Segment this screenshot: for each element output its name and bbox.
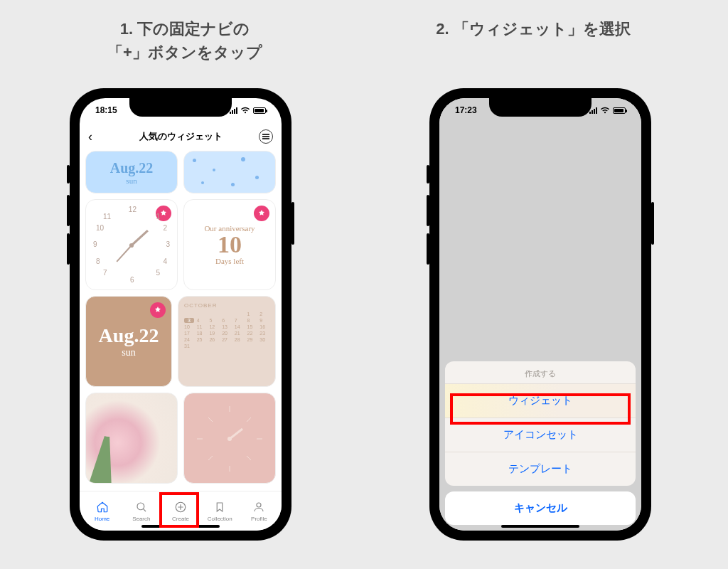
widget-tile-anniversary[interactable]: Our anniversary 10 Days left <box>183 199 276 290</box>
widget-tile-pink-clock[interactable] <box>183 393 276 484</box>
svg-line-7 <box>208 418 213 422</box>
tab-label: Home <box>95 516 109 522</box>
sheet-cancel[interactable]: キャンセル <box>445 491 636 525</box>
plus-circle-icon <box>173 500 188 514</box>
svg-point-13 <box>137 503 144 510</box>
widget-tile-rose[interactable] <box>85 393 178 484</box>
wifi-icon <box>240 107 250 114</box>
svg-line-10 <box>208 456 213 460</box>
widget-tile-date-mini[interactable]: Aug.22 sun <box>85 151 178 193</box>
phone-frame-2: 17:23 WIDGET CLUB ? 全て ウィジェット アイコンセット テン… <box>429 88 651 541</box>
page-title: 人気のウィジェット <box>139 130 223 143</box>
phone-frame-1: 18:15 ‹ 人気のウィジェット Aug.22 sun <box>70 88 291 541</box>
tab-profile[interactable]: Profile <box>240 491 279 531</box>
sheet-option-template[interactable]: テンプレート <box>445 452 636 486</box>
widget-tile-clock[interactable]: 123 69 12 45 78 1011 <box>85 199 178 290</box>
svg-line-0 <box>132 230 148 245</box>
search-icon <box>134 500 149 514</box>
bookmark-icon <box>213 500 227 514</box>
premium-badge-icon <box>254 206 269 221</box>
svg-line-9 <box>247 418 251 422</box>
sheet-option-widget[interactable]: ウィジェット <box>445 383 636 418</box>
svg-point-12 <box>228 437 232 441</box>
svg-point-18 <box>257 503 261 507</box>
status-time: 18:15 <box>95 105 117 115</box>
svg-line-8 <box>247 456 251 460</box>
sheet-option-iconset[interactable]: アイコンセット <box>445 418 636 452</box>
svg-line-1 <box>117 245 132 262</box>
wifi-icon <box>600 107 610 114</box>
widget-tile-date-big[interactable]: Aug.22 sun <box>85 296 172 387</box>
premium-badge-icon <box>150 302 166 318</box>
tab-label: Collection <box>208 516 232 522</box>
tab-home[interactable]: Home <box>82 491 122 531</box>
step2-caption: 2. 「ウィジェット」を選択 <box>398 17 668 41</box>
widget-tile-calendar[interactable]: OCTOBER 12 3456789 10111213141516 171819… <box>178 296 276 387</box>
action-sheet: 作成する ウィジェット アイコンセット テンプレート キャンセル <box>445 361 636 525</box>
widget-tile-confetti[interactable] <box>183 151 276 193</box>
clock-face: 123 69 12 45 78 1011 <box>95 208 168 281</box>
back-button[interactable]: ‹ <box>88 129 92 144</box>
tab-label: Profile <box>251 516 267 522</box>
profile-icon <box>252 500 266 514</box>
home-indicator <box>141 525 220 528</box>
page-header: ‹ 人気のウィジェット <box>80 124 282 149</box>
svg-line-11 <box>230 429 242 439</box>
widget-grid: Aug.22 sun 123 69 12 45 <box>85 151 276 491</box>
home-indicator <box>501 525 579 528</box>
battery-icon <box>253 107 266 114</box>
tab-label: Search <box>132 516 150 522</box>
tab-label: Create <box>172 516 189 522</box>
home-icon <box>95 500 109 514</box>
sheet-title: 作成する <box>445 361 636 383</box>
svg-line-14 <box>143 509 146 511</box>
step1-caption: 1. 下の固定ナビの 「+」ボタンをタップ <box>50 17 320 64</box>
svg-point-2 <box>129 243 134 248</box>
battery-icon <box>613 107 626 114</box>
status-time: 17:23 <box>455 105 477 115</box>
filter-button[interactable] <box>259 129 273 144</box>
notch <box>489 98 592 117</box>
notch <box>129 98 232 117</box>
